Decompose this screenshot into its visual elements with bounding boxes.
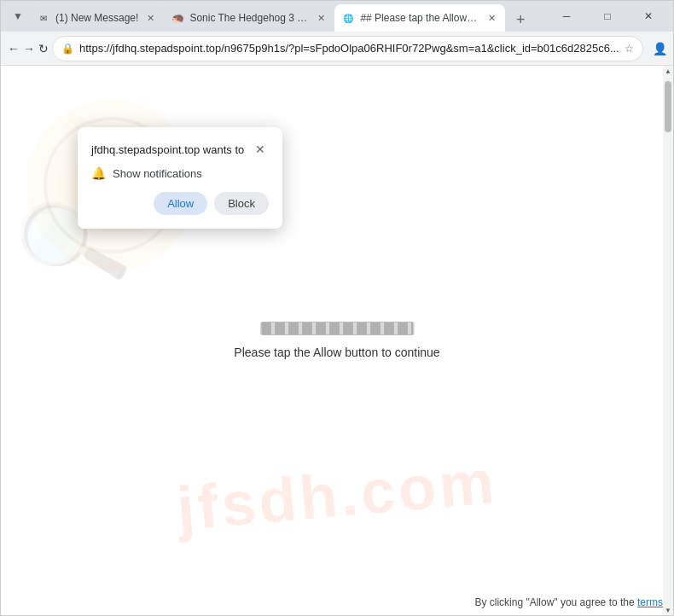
popup-permission-text: Show notifications bbox=[113, 167, 202, 180]
reload-button[interactable]: ↻ bbox=[38, 35, 49, 62]
tab-3[interactable]: 🌐 ## Please tap the Allow butto… ✕ bbox=[334, 4, 505, 32]
scroll-up-arrow[interactable]: ▲ bbox=[663, 66, 673, 76]
popup-close-button[interactable]: ✕ bbox=[252, 141, 269, 158]
back-button[interactable]: ← bbox=[8, 35, 20, 62]
close-button[interactable]: ✕ bbox=[629, 3, 668, 30]
tab-3-close[interactable]: ✕ bbox=[485, 11, 498, 25]
tab-1-close[interactable]: ✕ bbox=[143, 11, 157, 25]
minimize-button[interactable]: ─ bbox=[547, 3, 586, 30]
bell-icon: 🔔 bbox=[91, 166, 106, 180]
popup-header: jfdhq.stepadspoint.top wants to ✕ bbox=[91, 141, 269, 158]
tab-1[interactable]: ✉ (1) New Message! ✕ bbox=[30, 4, 164, 32]
tab-3-title: ## Please tap the Allow butto… bbox=[360, 12, 479, 24]
footer-text: By clicking "Allow" you agree to the bbox=[474, 596, 637, 608]
tab-2[interactable]: 🦔 Sonic The Hedgehog 3 (2024)… ✕ bbox=[164, 4, 334, 32]
window-controls: ─ □ ✕ bbox=[547, 3, 668, 30]
scroll-down-arrow[interactable]: ▼ bbox=[663, 605, 673, 615]
popup-title: jfdhq.stepadspoint.top wants to bbox=[91, 143, 244, 156]
popup-permission-row: 🔔 Show notifications bbox=[91, 166, 269, 180]
notification-popup: jfdhq.stepadspoint.top wants to ✕ 🔔 Show… bbox=[78, 127, 282, 229]
maximize-button[interactable]: □ bbox=[588, 3, 627, 30]
tab-dropdown-button[interactable]: ▼ bbox=[6, 4, 30, 28]
loading-text: Please tap the Allow button to continue bbox=[234, 346, 439, 359]
new-tab-button[interactable]: + bbox=[508, 8, 532, 32]
chrome-browser: ▼ ✉ (1) New Message! ✕ 🦔 Sonic The Hedge… bbox=[0, 0, 674, 616]
page-footer: By clicking "Allow" you agree to the ter… bbox=[474, 596, 663, 608]
forward-button[interactable]: → bbox=[23, 35, 35, 62]
tab-2-title: Sonic The Hedgehog 3 (2024)… bbox=[189, 12, 309, 24]
tab-group: ✉ (1) New Message! ✕ 🦔 Sonic The Hedgeho… bbox=[30, 1, 540, 32]
tab-1-favicon: ✉ bbox=[37, 11, 50, 25]
scrollbar[interactable]: ▲ ▼ bbox=[663, 66, 673, 615]
loading-bar bbox=[260, 322, 414, 335]
tab-1-title: (1) New Message! bbox=[55, 12, 138, 24]
profile-button[interactable]: 👤 bbox=[647, 35, 674, 62]
url-text: https://jfdhq.stepadspoint.top/n9675p9h1… bbox=[79, 42, 619, 55]
tab-2-close[interactable]: ✕ bbox=[314, 11, 328, 25]
bookmark-icon[interactable]: ☆ bbox=[625, 43, 634, 55]
terms-link[interactable]: terms bbox=[637, 596, 663, 608]
scrollbar-thumb[interactable] bbox=[665, 81, 671, 132]
scrollbar-track[interactable] bbox=[665, 78, 671, 603]
page-content: 🔍 🔍 jfsdh.com Please tap the Allow butto… bbox=[1, 66, 673, 615]
popup-buttons: Allow Block bbox=[91, 192, 269, 215]
allow-button[interactable]: Allow bbox=[154, 192, 207, 215]
tab-3-favicon: 🌐 bbox=[341, 11, 355, 25]
nav-right-buttons: 👤 ⋮ bbox=[647, 35, 674, 62]
tab-2-favicon: 🦔 bbox=[171, 11, 184, 25]
block-button[interactable]: Block bbox=[214, 192, 269, 215]
page-center-content: Please tap the Allow button to continue bbox=[234, 322, 439, 359]
address-bar[interactable]: 🔒 https://jfdhq.stepadspoint.top/n9675p9… bbox=[52, 36, 643, 61]
navigation-bar: ← → ↻ 🔒 https://jfdhq.stepadspoint.top/n… bbox=[1, 32, 673, 66]
watermark-bottom-text: jfsdh.com bbox=[50, 435, 625, 555]
security-icon: 🔒 bbox=[61, 43, 74, 55]
title-bar: ▼ ✉ (1) New Message! ✕ 🦔 Sonic The Hedge… bbox=[1, 1, 673, 32]
